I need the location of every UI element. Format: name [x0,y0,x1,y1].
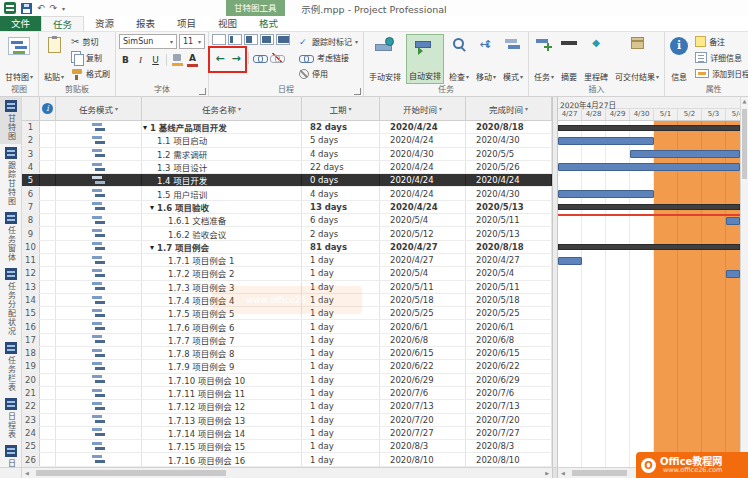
task-finish-cell[interactable]: 2020/7/13 [466,400,552,412]
task-start-cell[interactable]: 2020/8/10 [380,453,466,465]
scroll-up-icon[interactable]: ▲ [741,97,748,105]
table-row[interactable]: 1 1 基线产品项目开发 82 days 2020/4/24 2020/8/18 [22,121,552,134]
table-row[interactable]: 9 1.6.2 验收会议 2 days 2020/5/12 2020/5/13 [22,227,552,240]
ribbon-tab[interactable]: 项目 [166,16,207,31]
task-duration-cell[interactable]: 6 days [302,214,380,226]
task-finish-cell[interactable]: 2020/4/30 [466,134,552,146]
task-mode-cell[interactable] [56,227,142,239]
task-finish-cell[interactable]: 2020/4/24 [466,174,552,186]
respect-links-button[interactable]: 考虑链接 [297,50,360,65]
gantt-task-bar[interactable] [558,137,654,145]
row-info-cell[interactable] [40,453,56,465]
row-number[interactable]: 15 [22,307,40,319]
indent-task-button[interactable] [228,50,244,66]
task-start-cell[interactable]: 2020/6/29 [380,374,466,386]
task-duration-cell[interactable]: 1 day [302,347,380,359]
task-duration-cell[interactable]: 1 day [302,374,380,386]
task-finish-cell[interactable]: 2020/8/18 [466,121,552,133]
table-row[interactable]: 24 1.7.14 项目例会 14 1 day 2020/7/27 2020/7… [22,427,552,440]
filter-arrow-icon[interactable]: ▾ [238,105,241,112]
task-finish-cell[interactable]: 2020/8/3 [466,440,552,452]
table-row[interactable]: 2 1.1 项目启动 5 days 2020/4/24 2020/4/30 [22,134,552,147]
task-start-cell[interactable]: 2020/4/24 [380,134,466,146]
format-painter-button[interactable]: 格式刷 [69,66,112,81]
percent-0-button[interactable] [212,34,226,45]
task-duration-cell[interactable]: 1 day [302,281,380,293]
task-finish-cell[interactable]: 2020/7/27 [466,427,552,439]
name-column-header[interactable]: 任务名称▾ [142,97,302,121]
table-row[interactable]: 19 1.7.9 项目例会 9 1 day 2020/6/22 2020/6/2… [22,360,552,373]
scroll-right-icon[interactable]: ▶ [545,468,549,478]
row-info-cell[interactable] [40,440,56,452]
view-bar-item[interactable]: 跟踪甘特图 [0,144,21,209]
task-start-cell[interactable]: 2020/4/24 [380,174,466,186]
save-icon[interactable] [21,3,32,14]
row-number[interactable]: 13 [22,281,40,293]
row-info-cell[interactable] [40,161,56,173]
row-info-cell[interactable] [40,148,56,160]
outdent-task-button[interactable] [212,50,228,66]
task-name-cell[interactable]: 1.7.8 项目例会 8 [142,347,302,359]
task-start-cell[interactable]: 2020/8/3 [380,440,466,452]
table-row[interactable]: 5 1.4 项目开发 0 days 2020/4/24 2020/4/24 [22,174,552,187]
task-duration-cell[interactable]: 2 days [302,227,380,239]
view-bar-item[interactable]: 任务窗体 [0,209,21,265]
task-duration-cell[interactable]: 4 days [302,187,380,199]
task-mode-cell[interactable] [56,307,142,319]
row-number[interactable]: 4 [22,161,40,173]
insert-milestone-button[interactable]: 里程碑 [582,34,610,84]
table-row[interactable]: 10 1.7 项目例会 81 days 2020/4/27 2020/8/18 [22,241,552,254]
table-row[interactable]: 15 1.7.5 项目例会 5 1 day 2020/5/25 2020/5/2… [22,307,552,320]
row-info-cell[interactable] [40,307,56,319]
collapse-icon[interactable] [150,202,157,212]
gantt-task-bar[interactable] [558,257,582,265]
task-finish-cell[interactable]: 2020/6/15 [466,347,552,359]
task-duration-cell[interactable]: 81 days [302,241,380,253]
row-number[interactable]: 12 [22,267,40,279]
task-mode-cell[interactable] [56,360,142,372]
task-mode-cell[interactable] [56,267,142,279]
row-info-cell[interactable] [40,320,56,332]
row-info-cell[interactable] [40,227,56,239]
task-name-cell[interactable]: 1.7.2 项目例会 2 [142,267,302,279]
task-mode-cell[interactable] [56,134,142,146]
font-color-button[interactable] [186,53,199,67]
row-info-cell[interactable] [40,360,56,372]
task-mode-cell[interactable] [56,214,142,226]
details-button[interactable]: 详细信息 [693,50,748,65]
task-start-cell[interactable]: 2020/4/24 [380,187,466,199]
gantt-task-bar[interactable] [558,163,740,171]
row-number[interactable]: 1 [22,121,40,133]
task-mode-cell[interactable] [56,121,142,133]
task-duration-cell[interactable]: 4 days [302,148,380,160]
gantt-task-bar[interactable] [630,150,740,158]
task-mode-cell[interactable] [56,281,142,293]
row-number[interactable]: 2 [22,134,40,146]
row-number[interactable]: 17 [22,334,40,346]
task-name-cell[interactable]: 1.4 项目开发 [142,174,302,186]
table-row[interactable]: 26 1.7.16 项目例会 16 1 day 2020/8/10 2020/8… [22,453,552,466]
gantt-summary-bar[interactable] [558,244,740,250]
task-duration-cell[interactable]: 1 day [302,440,380,452]
task-start-cell[interactable]: 2020/4/30 [380,148,466,160]
insert-summary-button[interactable]: 摘要 [559,34,579,84]
row-number[interactable]: 16 [22,320,40,332]
link-tasks-icon[interactable] [253,53,268,63]
percent-25-button[interactable] [228,34,242,45]
collapse-icon[interactable] [150,242,157,252]
task-duration-cell[interactable]: 1 day [302,334,380,346]
row-number[interactable]: 6 [22,187,40,199]
information-button[interactable]: 信息 [668,34,690,84]
gantt-summary-bar[interactable] [558,125,740,131]
row-info-cell[interactable] [40,427,56,439]
task-name-cell[interactable]: 1.7.15 项目例会 15 [142,440,302,452]
task-finish-cell[interactable]: 2020/8/18 [466,241,552,253]
task-mode-cell[interactable] [56,453,142,465]
task-start-cell[interactable]: 2020/7/6 [380,387,466,399]
task-duration-cell[interactable]: 1 day [302,294,380,306]
task-finish-cell[interactable]: 2020/6/29 [466,374,552,386]
qat-customize-icon[interactable] [62,3,65,13]
task-name-cell[interactable]: 1.2 需求调研 [142,148,302,160]
row-info-cell[interactable] [40,374,56,386]
table-row[interactable]: 6 1.5 用户培训 4 days 2020/4/24 2020/4/30 [22,187,552,200]
